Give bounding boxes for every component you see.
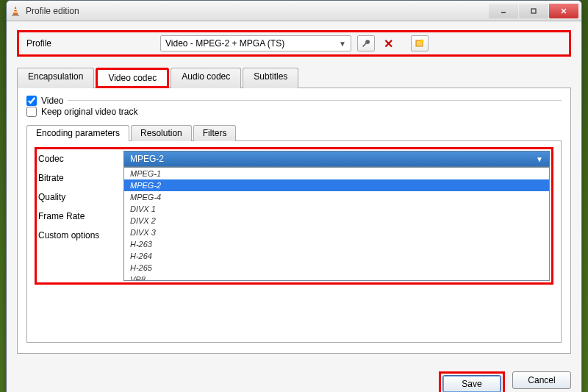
save-button[interactable]: Save (442, 375, 501, 392)
dialog-window: Profile edition Profile Video - MPEG-2 +… (6, 0, 582, 392)
codec-option[interactable]: H-263 (124, 238, 549, 250)
codec-option[interactable]: DIVX 3 (124, 227, 549, 238)
codec-label: Codec (38, 154, 118, 165)
custom-options-label: Custom options (38, 230, 118, 242)
window-title: Profile edition (26, 6, 489, 16)
dialog-buttons: Save Cancel (7, 363, 581, 392)
profile-row: Profile Video - MPEG-2 + MPGA (TS) ▼ ✕ (17, 30, 571, 57)
codec-option[interactable]: H-265 (124, 262, 549, 274)
tab-audio-codec[interactable]: Audio codec (171, 68, 241, 88)
codec-dropdown-closed[interactable]: MPEG-2 ▼ (123, 151, 550, 167)
profile-settings-button[interactable] (357, 35, 375, 51)
profile-label: Profile (22, 38, 154, 49)
codec-dropdown-list[interactable]: MPEG-1 MPEG-2 MPEG-4 DIVX 1 DIVX 2 DIVX … (123, 167, 550, 281)
field-labels: Codec Bitrate Quality Frame Rate Custom … (38, 151, 118, 281)
svg-marker-0 (13, 7, 18, 15)
main-tabs: Encapsulation Video codec Audio codec Su… (17, 67, 571, 88)
tab-subtitles[interactable]: Subtitles (243, 68, 298, 88)
codec-area: Codec Bitrate Quality Frame Rate Custom … (35, 147, 553, 285)
delete-profile-button[interactable]: ✕ (381, 37, 396, 51)
codec-option[interactable]: MPEG-2 (124, 179, 549, 191)
subtab-filters[interactable]: Filters (193, 125, 237, 141)
svg-rect-1 (14, 9, 17, 10)
svg-point-9 (420, 40, 424, 43)
codec-dropdown[interactable]: MPEG-2 ▼ MPEG-1 MPEG-2 MPEG-4 DIVX 1 DIV… (123, 151, 550, 281)
close-button[interactable] (549, 4, 578, 18)
codec-option[interactable]: MPEG-4 (124, 191, 549, 203)
tab-video-codec[interactable]: Video codec (96, 68, 169, 88)
codec-selected-value: MPEG-2 (130, 154, 164, 164)
keep-original-row: Keep original video track (26, 107, 562, 117)
keep-original-checkbox[interactable] (26, 107, 37, 117)
keep-original-label: Keep original video track (41, 107, 137, 117)
subtab-resolution[interactable]: Resolution (131, 125, 192, 141)
titlebar: Profile edition (7, 1, 581, 21)
profile-select[interactable]: Video - MPEG-2 + MPGA (TS) ▼ (160, 35, 351, 51)
tab-encapsulation[interactable]: Encapsulation (17, 68, 94, 88)
codec-option[interactable]: H-264 (124, 250, 549, 262)
codec-option[interactable]: MPEG-1 (124, 168, 549, 179)
svg-rect-5 (531, 9, 536, 13)
sub-tabs: Encoding parameters Resolution Filters (26, 124, 562, 141)
maximize-button[interactable] (519, 4, 548, 18)
subtab-encoding[interactable]: Encoding parameters (26, 125, 129, 141)
video-check-row: Video (26, 96, 562, 106)
codec-option[interactable]: VP8 (124, 274, 549, 281)
vlc-icon (10, 5, 21, 17)
framerate-label: Frame Rate (38, 211, 118, 223)
bitrate-label: Bitrate (38, 173, 118, 185)
video-checkbox-label: Video (41, 96, 63, 106)
quality-label: Quality (38, 192, 118, 204)
divider (68, 100, 562, 101)
chevron-down-icon: ▼ (339, 40, 346, 48)
chevron-down-icon: ▼ (536, 155, 543, 163)
new-icon (415, 39, 424, 48)
svg-rect-2 (13, 11, 18, 13)
video-codec-panel: Video Keep original video track Encoding… (17, 88, 571, 354)
new-profile-button[interactable] (411, 35, 429, 51)
codec-option[interactable]: DIVX 1 (124, 203, 549, 215)
svg-rect-3 (12, 15, 19, 16)
profile-select-value: Video - MPEG-2 + MPGA (TS) (165, 38, 284, 49)
cancel-button[interactable]: Cancel (512, 371, 571, 389)
window-controls (489, 4, 578, 18)
save-highlight: Save (439, 371, 505, 392)
codec-option[interactable]: DIVX 2 (124, 215, 549, 227)
minimize-button[interactable] (489, 4, 518, 18)
dialog-content: Profile Video - MPEG-2 + MPGA (TS) ▼ ✕ E… (7, 21, 581, 363)
wrench-icon (362, 39, 370, 48)
encoding-panel: Codec Bitrate Quality Frame Rate Custom … (26, 141, 562, 343)
video-checkbox[interactable] (26, 96, 37, 106)
